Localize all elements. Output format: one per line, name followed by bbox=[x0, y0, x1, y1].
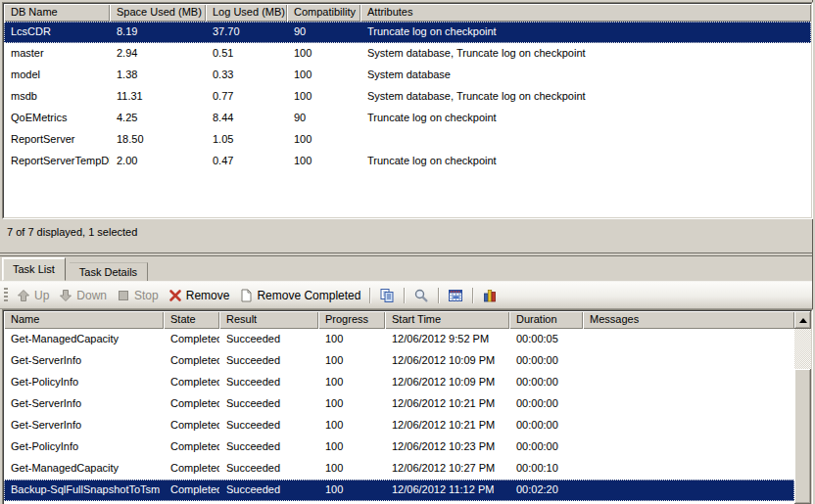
task-start-time-cell: 12/06/2012 10:27 PM bbox=[385, 458, 509, 480]
db-compatibility-cell: 100 bbox=[287, 65, 360, 86]
db-space-used-cell: 2.00 bbox=[110, 151, 206, 172]
copy-button[interactable] bbox=[374, 285, 400, 306]
task-column-header-duration[interactable]: Duration bbox=[509, 311, 583, 329]
db-log-used-cell: 37.70 bbox=[206, 22, 287, 43]
task-list-pane: Name State Result Progress Start Time Du… bbox=[2, 309, 813, 504]
task-column-header-state[interactable]: State bbox=[164, 311, 219, 329]
stop-button[interactable]: Stop bbox=[112, 286, 164, 305]
db-name-cell: ReportServerTempDB bbox=[4, 151, 110, 172]
up-arrow-icon bbox=[17, 289, 30, 302]
db-column-header-space-used[interactable]: Space Used (MB) bbox=[110, 4, 206, 22]
task-progress-cell: 100 bbox=[318, 458, 385, 480]
search-button[interactable] bbox=[408, 285, 434, 306]
task-table-row[interactable]: Backup-SqlFullSnapshotToTsm Completed Su… bbox=[4, 480, 794, 501]
db-column-header-log-used[interactable]: Log Used (MB) bbox=[206, 4, 287, 22]
task-start-time-cell: 12/06/2012 11:12 PM bbox=[385, 480, 509, 501]
task-column-header-result[interactable]: Result bbox=[219, 311, 318, 329]
task-name-cell: Backup-SqlFullSnapshotToTsm bbox=[4, 480, 164, 501]
db-table-row[interactable]: ReportServer 18.50 1.05 100 bbox=[4, 129, 811, 151]
task-table-row[interactable]: Get-PolicyInfo Completed Succeeded 100 1… bbox=[4, 372, 794, 393]
scroll-up-arrow-icon bbox=[799, 318, 807, 323]
db-attributes-cell: Truncate log on checkpoint bbox=[360, 108, 811, 129]
db-space-used-cell: 1.38 bbox=[110, 65, 206, 86]
task-result-cell: Succeeded bbox=[219, 480, 318, 501]
db-log-used-cell: 8.44 bbox=[206, 108, 287, 129]
db-compatibility-cell: 100 bbox=[287, 129, 360, 151]
db-log-used-cell: 0.51 bbox=[206, 43, 287, 65]
db-table-row[interactable]: master 2.94 0.51 100 System database, Tr… bbox=[4, 43, 811, 65]
task-messages-cell bbox=[583, 415, 794, 436]
task-progress-cell: 100 bbox=[318, 415, 385, 436]
task-name-cell: Get-ManagedCapacity bbox=[4, 458, 164, 480]
db-column-header-compatibility[interactable]: Compatibility bbox=[287, 4, 360, 22]
task-table-body: Get-ManagedCapacity Completed Succeeded … bbox=[4, 329, 794, 504]
task-name-cell: Get-ManagedCapacity bbox=[4, 329, 164, 350]
db-space-used-cell: 8.19 bbox=[110, 22, 206, 43]
db-table-row[interactable]: LcsCDR 8.19 37.70 90 Truncate log on che… bbox=[4, 22, 811, 43]
status-bar: 7 of 7 displayed, 1 selected bbox=[0, 217, 809, 252]
task-duration-cell: 00:00:00 bbox=[509, 372, 583, 393]
database-list-pane: DB Name Space Used (MB) Log Used (MB) Co… bbox=[2, 2, 813, 219]
db-name-cell: ReportServer bbox=[4, 129, 110, 151]
task-column-header-name[interactable]: Name bbox=[4, 311, 164, 329]
db-table-row[interactable]: QoEMetrics 4.25 8.44 90 Truncate log on … bbox=[4, 108, 811, 129]
remove-completed-button-label: Remove Completed bbox=[257, 289, 360, 302]
task-table-row[interactable]: Get-ServerInfo Completed Succeeded 100 1… bbox=[4, 415, 794, 436]
scrollbar-up-button[interactable] bbox=[794, 311, 811, 329]
toolbar-separator bbox=[438, 288, 439, 303]
task-table-row[interactable]: Get-ServerInfo Completed Succeeded 100 1… bbox=[4, 393, 794, 415]
db-compatibility-cell: 90 bbox=[287, 108, 360, 129]
db-name-cell: QoEMetrics bbox=[4, 108, 110, 129]
chart-button[interactable] bbox=[477, 285, 503, 306]
db-table-row[interactable]: msdb 11.31 0.77 100 System database, Tru… bbox=[4, 86, 811, 108]
db-column-header-attributes[interactable]: Attributes bbox=[360, 4, 811, 22]
db-space-used-cell: 11.31 bbox=[110, 86, 206, 108]
status-text: 7 of 7 displayed, 1 selected bbox=[7, 226, 137, 238]
db-table-row[interactable]: ReportServerTempDB 2.00 0.47 100 Truncat… bbox=[4, 151, 811, 172]
search-icon bbox=[413, 288, 429, 303]
db-compatibility-cell: 100 bbox=[287, 43, 360, 65]
toolbar-grip[interactable] bbox=[4, 288, 8, 303]
task-table-row[interactable]: Get-PolicyInfo Completed Succeeded 100 1… bbox=[4, 436, 794, 458]
task-column-header-messages[interactable]: Messages bbox=[583, 311, 794, 329]
db-attributes-cell: System database, Truncate log on checkpo… bbox=[360, 43, 811, 65]
task-messages-cell bbox=[583, 372, 794, 393]
db-log-used-cell: 0.33 bbox=[206, 65, 287, 86]
task-duration-cell: 00:02:20 bbox=[509, 480, 583, 501]
db-attributes-cell: Truncate log on checkpoint bbox=[360, 22, 811, 43]
remove-button[interactable]: Remove bbox=[164, 286, 235, 305]
task-state-cell: Completed bbox=[164, 372, 219, 393]
task-start-time-cell: 12/06/2012 10:09 PM bbox=[385, 350, 509, 372]
blank-page-icon bbox=[239, 289, 253, 302]
task-messages-cell bbox=[583, 436, 794, 458]
grid-button[interactable] bbox=[443, 285, 468, 306]
db-space-used-cell: 2.94 bbox=[110, 43, 206, 65]
task-column-header-progress[interactable]: Progress bbox=[318, 311, 385, 329]
task-column-header-start-time[interactable]: Start Time bbox=[385, 311, 509, 329]
down-button[interactable]: Down bbox=[54, 286, 112, 305]
db-compatibility-cell: 90 bbox=[287, 22, 360, 43]
task-progress-cell: 100 bbox=[318, 329, 385, 350]
tab-task-list[interactable]: Task List bbox=[2, 257, 66, 281]
task-duration-cell: 00:00:10 bbox=[509, 458, 583, 480]
bar-chart-icon bbox=[482, 288, 498, 303]
vertical-scrollbar[interactable] bbox=[794, 311, 811, 504]
task-result-cell: Succeeded bbox=[219, 458, 318, 480]
up-button[interactable]: Up bbox=[12, 286, 54, 305]
task-start-time-cell: 12/06/2012 9:52 PM bbox=[385, 329, 509, 350]
task-messages-cell bbox=[583, 329, 794, 350]
db-table-row[interactable]: model 1.38 0.33 100 System database bbox=[4, 65, 811, 86]
db-column-header-db-name[interactable]: DB Name bbox=[4, 4, 110, 22]
task-result-cell: Succeeded bbox=[219, 350, 318, 372]
task-progress-cell: 100 bbox=[318, 436, 385, 458]
db-name-cell: model bbox=[4, 65, 110, 86]
remove-completed-button[interactable]: Remove Completed bbox=[234, 286, 365, 305]
task-table-row[interactable]: Get-ManagedCapacity Completed Succeeded … bbox=[4, 458, 794, 480]
db-name-cell: msdb bbox=[4, 86, 110, 108]
scrollbar-thumb[interactable] bbox=[794, 369, 811, 504]
task-table-row[interactable]: Get-ServerInfo Completed Succeeded 100 1… bbox=[4, 350, 794, 372]
task-table-row[interactable]: Get-ManagedCapacity Completed Succeeded … bbox=[4, 329, 794, 350]
db-name-cell: master bbox=[4, 43, 110, 65]
tab-task-details[interactable]: Task Details bbox=[70, 262, 148, 281]
toolbar-separator bbox=[404, 288, 405, 303]
